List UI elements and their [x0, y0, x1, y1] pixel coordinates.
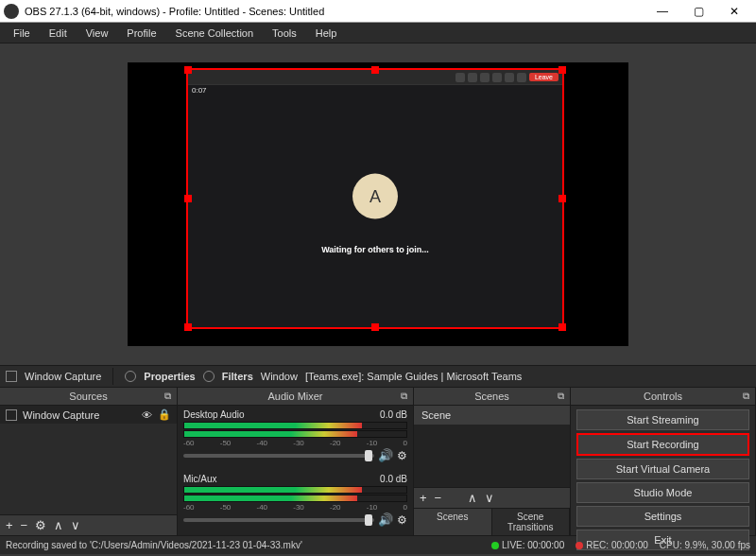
window-match-value[interactable]: [Teams.exe]: Sample Guides | Microsoft T… [305, 371, 522, 382]
scene-transitions-tab[interactable]: Scene Transitions [492, 509, 571, 535]
remove-scene-button[interactable]: − [435, 491, 442, 505]
add-scene-button[interactable]: + [420, 491, 427, 505]
teams-avatar: A [352, 174, 398, 219]
studio-mode-button[interactable]: Studio Mode [576, 482, 749, 503]
menu-edit[interactable]: Edit [40, 26, 77, 41]
lock-toggle[interactable]: 🔒 [158, 408, 171, 421]
speaker-icon[interactable]: 🔊 [378, 448, 393, 462]
menu-view[interactable]: View [77, 26, 118, 41]
channel-level: 0.0 dB [380, 409, 407, 420]
start-streaming-button[interactable]: Start Streaming [576, 409, 749, 430]
live-status: LIVE: 00:00:00 [491, 540, 564, 550]
move-up-button[interactable]: ∧ [54, 518, 63, 532]
sources-title: Sources⧉ [0, 388, 177, 406]
undock-icon[interactable]: ⧉ [558, 391, 564, 402]
scenes-panel: Scenes⧉ Scene + − ∧ ∨ Scenes Scene Trans… [414, 388, 571, 535]
source-properties-button[interactable]: ⚙ [35, 518, 46, 532]
cpu-status: CPU: 9.9%, 30.00 fps [660, 540, 750, 550]
status-message: Recording saved to 'C:/Users/Admin/Video… [6, 540, 302, 550]
speaker-icon[interactable]: 🔊 [378, 513, 393, 527]
controls-panel: Controls⧉ Start Streaming Start Recordin… [571, 388, 756, 535]
gear-icon [125, 371, 136, 382]
source-selection-box[interactable]: Leave 0:07 A Waiting for others to join.… [186, 68, 564, 329]
resize-handle[interactable] [184, 66, 192, 74]
scenes-title: Scenes⧉ [414, 388, 570, 406]
audio-mixer-panel: Audio Mixer⧉ Desktop Audio0.0 dB -60-50-… [178, 388, 414, 535]
remove-source-button[interactable]: − [21, 518, 28, 532]
resize-handle[interactable] [184, 195, 192, 202]
start-virtual-camera-button[interactable]: Start Virtual Camera [576, 459, 749, 479]
db-scale: -60-50-40-30-20-100 [183, 503, 407, 512]
selected-source-name: Window Capture [25, 371, 101, 382]
controls-title: Controls⧉ [571, 388, 755, 406]
window-titlebar: OBS 27.1.3 (64-bit, windows) - Profile: … [0, 0, 756, 23]
preview-canvas[interactable]: Leave 0:07 A Waiting for others to join.… [128, 62, 628, 346]
volume-slider[interactable] [183, 454, 374, 458]
add-source-button[interactable]: + [6, 518, 13, 532]
scenes-list[interactable]: Scene [414, 406, 570, 487]
resize-handle[interactable] [371, 66, 379, 74]
resize-handle[interactable] [558, 323, 566, 331]
sources-list[interactable]: Window Capture 👁 🔒 [0, 406, 177, 514]
window-capture-icon [6, 371, 17, 382]
menu-file[interactable]: File [4, 26, 40, 41]
teams-waiting-text: Waiting for others to join... [321, 245, 429, 254]
window-title: OBS 27.1.3 (64-bit, windows) - Profile: … [25, 6, 644, 17]
start-recording-button[interactable]: Start Recording [576, 433, 749, 456]
sources-panel: Sources⧉ Window Capture 👁 🔒 + − ⚙ ∧ ∨ [0, 388, 178, 535]
obs-icon [4, 4, 19, 19]
audio-channel-desktop: Desktop Audio0.0 dB -60-50-40-30-20-100 … [183, 409, 407, 462]
close-button[interactable]: ✕ [716, 1, 752, 22]
menu-help[interactable]: Help [306, 26, 347, 41]
undock-icon[interactable]: ⧉ [164, 391, 171, 402]
maximize-button[interactable]: ▢ [680, 1, 716, 22]
visibility-toggle[interactable]: 👁 [142, 409, 152, 421]
audio-meter [183, 430, 407, 438]
resize-handle[interactable] [558, 66, 566, 74]
channel-settings-button[interactable]: ⚙ [397, 513, 407, 527]
source-toolbar: Window Capture Properties Filters Window… [0, 365, 756, 388]
source-item-name: Window Capture [23, 409, 136, 421]
channel-name: Mic/Aux [183, 474, 217, 484]
channel-name: Desktop Audio [183, 409, 245, 420]
settings-button[interactable]: Settings [576, 506, 749, 527]
move-down-button[interactable]: ∨ [71, 518, 80, 532]
scene-down-button[interactable]: ∨ [485, 491, 494, 505]
menu-scene-collection[interactable]: Scene Collection [166, 26, 264, 41]
channel-level: 0.0 dB [380, 474, 407, 484]
audio-meter [183, 486, 407, 494]
db-scale: -60-50-40-30-20-100 [183, 439, 407, 447]
rec-status: REC: 00:00:00 [576, 540, 648, 550]
audio-meter [183, 422, 407, 429]
filter-icon [203, 371, 215, 382]
minimize-button[interactable]: — [644, 1, 680, 22]
undock-icon[interactable]: ⧉ [743, 391, 749, 402]
menu-profile[interactable]: Profile [117, 26, 165, 41]
resize-handle[interactable] [371, 323, 379, 331]
scene-item[interactable]: Scene [414, 406, 570, 425]
volume-slider[interactable] [183, 518, 374, 522]
mixer-title: Audio Mixer⧉ [178, 388, 413, 406]
source-item[interactable]: Window Capture 👁 🔒 [0, 406, 177, 424]
scenes-tab[interactable]: Scenes [414, 509, 492, 535]
window-match-label: Window [261, 371, 298, 382]
audio-meter [183, 495, 407, 502]
preview-area[interactable]: Leave 0:07 A Waiting for others to join.… [0, 43, 756, 365]
window-capture-icon [6, 409, 17, 421]
captured-window-content: Leave 0:07 A Waiting for others to join.… [188, 70, 562, 327]
sources-controls: + − ⚙ ∧ ∨ [0, 514, 177, 535]
properties-button[interactable]: Properties [144, 371, 195, 382]
menu-bar: File Edit View Profile Scene Collection … [0, 23, 756, 43]
channel-settings-button[interactable]: ⚙ [397, 449, 407, 462]
menu-tools[interactable]: Tools [263, 26, 306, 41]
resize-handle[interactable] [184, 323, 192, 331]
resize-handle[interactable] [558, 195, 566, 202]
teams-call-timer: 0:07 [192, 86, 207, 95]
filters-button[interactable]: Filters [222, 371, 253, 382]
audio-channel-mic: Mic/Aux0.0 dB -60-50-40-30-20-100 🔊 ⚙ [183, 474, 407, 527]
teams-leave-button: Leave [529, 73, 558, 81]
undock-icon[interactable]: ⧉ [401, 391, 407, 402]
scene-up-button[interactable]: ∧ [468, 491, 477, 505]
